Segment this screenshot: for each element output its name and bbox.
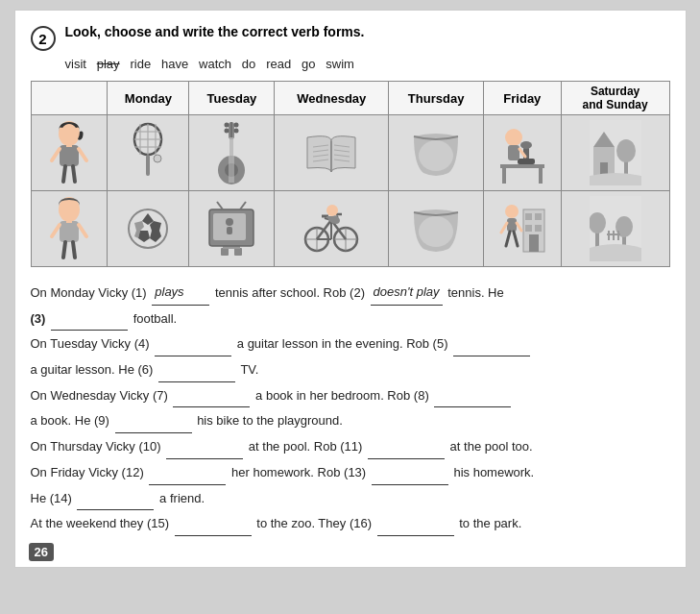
svg-point-90 [326, 205, 338, 216]
text-line-1: On Monday Vicky (1) plays tennis after s… [31, 281, 670, 306]
tennis-racket-icon [108, 115, 188, 190]
vicky-wednesday-cell [275, 115, 389, 191]
svg-line-3 [79, 149, 86, 160]
svg-point-52 [616, 139, 636, 162]
label-6b: his bike to the playground. [197, 413, 343, 428]
svg-line-57 [63, 242, 65, 258]
svg-rect-94 [525, 213, 532, 220]
answer-8[interactable] [434, 406, 511, 407]
label-3b: a guitar lesson in the evening. Rob (5) [237, 336, 448, 351]
label-2b: football. [133, 311, 178, 326]
label-10c: to the park. [459, 516, 521, 530]
answer-13[interactable] [372, 484, 448, 485]
svg-rect-38 [500, 164, 544, 168]
svg-line-55 [52, 225, 60, 236]
label-5a: On Wednesday Vicky (7) [31, 388, 168, 403]
text-line-10: At the weekend they (15) to the zoo. The… [31, 512, 670, 536]
svg-line-58 [73, 242, 75, 258]
answer-11[interactable] [368, 458, 445, 459]
exercise-page: 2 Look, choose and write the correct ver… [14, 10, 687, 568]
rob-saturday-cell [561, 191, 669, 267]
exercise-number: 2 [31, 26, 56, 51]
microscope-icon [484, 115, 561, 190]
table-row-vicky [31, 115, 669, 191]
thursday-header: Thursday [389, 82, 484, 115]
word-bank: visit play ride have watch do read go sw… [65, 57, 670, 71]
svg-rect-95 [535, 213, 542, 220]
svg-rect-54 [60, 221, 79, 242]
label-3a: On Tuesday Vicky (4) [31, 336, 150, 351]
answer-2: doesn't play [371, 281, 443, 306]
answer-12[interactable] [149, 484, 226, 485]
answer-3[interactable] [51, 330, 128, 331]
answer-4[interactable] [155, 356, 231, 356]
vicky-label-cell [31, 115, 108, 191]
svg-point-98 [505, 205, 519, 218]
svg-rect-39 [502, 168, 506, 184]
answer-6[interactable] [158, 381, 235, 382]
label-1c: tennis after school. Rob (2) [215, 285, 365, 300]
svg-point-18 [225, 123, 229, 128]
svg-point-44 [505, 129, 522, 146]
label-9a: He (14) [31, 491, 72, 505]
book-icon [275, 115, 388, 190]
text-line-8: On Friday Vicky (12) her homework. Rob (… [31, 461, 670, 485]
text-line-4: a guitar lesson. He (6) TV. [31, 358, 670, 382]
rob-tuesday-cell [189, 191, 275, 267]
svg-line-56 [79, 225, 86, 236]
svg-point-15 [154, 155, 161, 162]
pool-thursday-rob-icon [389, 191, 483, 266]
word-watch: watch [199, 57, 231, 71]
rob-friday-cell [484, 191, 562, 267]
exercise-header: 2 Look, choose and write the correct ver… [31, 24, 670, 51]
label-9b: a friend. [159, 491, 205, 505]
svg-line-4 [63, 166, 65, 182]
label-8b: her homework. Rob (13) [231, 465, 366, 479]
svg-rect-68 [234, 248, 242, 256]
answer-16[interactable] [377, 535, 454, 536]
answer-5[interactable] [453, 356, 530, 356]
svg-line-102 [506, 232, 510, 246]
svg-line-2 [52, 149, 60, 160]
vicky-saturday-cell [561, 115, 669, 191]
tuesday-header: Tuesday [189, 82, 275, 115]
svg-rect-6 [66, 143, 72, 147]
rob-icon [32, 191, 108, 266]
svg-point-91 [419, 216, 453, 247]
text-line-6: a book. He (9) his bike to the playgroun… [31, 409, 670, 433]
vicky-tuesday-cell [189, 115, 275, 191]
schedule-table: Monday Tuesday Wednesday Thursday Friday… [31, 81, 670, 267]
answer-10[interactable] [166, 458, 243, 459]
word-ride: ride [130, 57, 151, 71]
word-do: do [242, 57, 255, 71]
svg-line-101 [517, 223, 521, 231]
label-10b: to the zoo. They (16) [256, 516, 372, 530]
answer-7[interactable] [173, 406, 250, 407]
answer-14[interactable] [77, 509, 154, 510]
word-go: go [302, 57, 315, 71]
label-4b: TV. [240, 362, 258, 377]
svg-point-74 [226, 218, 233, 226]
label-1e: tennis. He [447, 285, 504, 300]
label-8c: his homework. [453, 465, 534, 479]
text-line-7: On Thursday Vicky (10) at the pool. Rob … [31, 435, 670, 459]
saturday-header: Saturdayand Sunday [561, 82, 669, 115]
answer-9[interactable] [115, 432, 192, 433]
empty-header [31, 82, 108, 115]
svg-point-19 [234, 123, 239, 128]
instruction-text: Look, choose and write the correct verb … [65, 24, 365, 39]
svg-line-73 [240, 202, 246, 209]
text-line-9: He (14) a friend. [31, 487, 670, 511]
svg-point-37 [419, 140, 453, 171]
svg-rect-59 [66, 219, 72, 223]
answer-15[interactable] [175, 535, 252, 536]
monday-header: Monday [108, 82, 189, 115]
svg-rect-99 [507, 218, 517, 232]
outdoor-saturday-vicky-icon [562, 115, 669, 190]
word-visit: visit [65, 57, 86, 71]
svg-rect-14 [146, 155, 150, 176]
svg-rect-40 [539, 168, 543, 184]
label-10a: At the weekend they (15) [31, 516, 170, 530]
label-4a: a guitar lesson. He (6) [31, 362, 154, 377]
svg-rect-45 [508, 145, 519, 160]
